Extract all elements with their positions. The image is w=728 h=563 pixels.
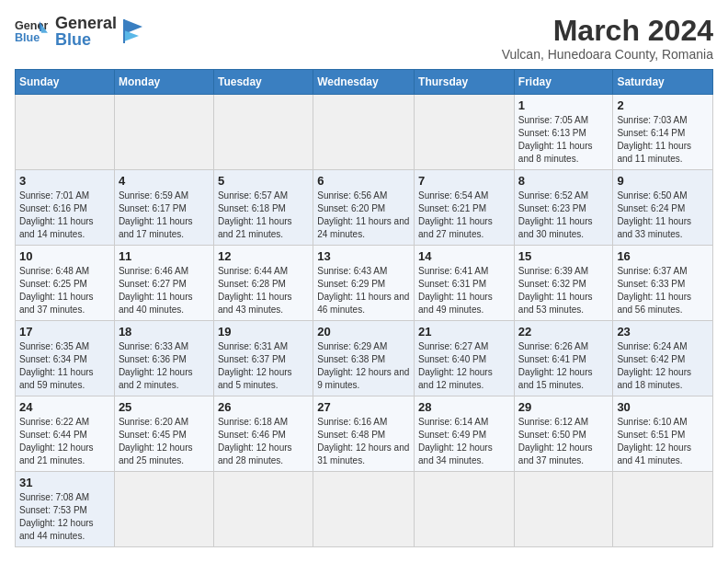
day-number: 27 [317, 400, 410, 414]
calendar-cell: 26Sunrise: 6:18 AM Sunset: 6:46 PM Dayli… [213, 396, 313, 472]
day-info: Sunrise: 6:57 AM Sunset: 6:18 PM Dayligh… [218, 190, 309, 241]
calendar-cell: 30Sunrise: 6:10 AM Sunset: 6:51 PM Dayli… [613, 396, 713, 472]
day-number: 6 [317, 174, 410, 188]
calendar-cell [114, 95, 213, 170]
day-info: Sunrise: 6:52 AM Sunset: 6:23 PM Dayligh… [518, 190, 609, 241]
day-number: 15 [518, 249, 609, 263]
day-info: Sunrise: 6:22 AM Sunset: 6:44 PM Dayligh… [19, 416, 110, 467]
day-number: 13 [317, 249, 410, 263]
day-number: 16 [617, 249, 709, 263]
calendar-cell [613, 472, 713, 547]
logo-flag-icon [122, 17, 144, 45]
calendar-week-row: 3Sunrise: 7:01 AM Sunset: 6:16 PM Daylig… [16, 170, 713, 246]
weekday-header-saturday: Saturday [613, 70, 713, 95]
day-info: Sunrise: 6:24 AM Sunset: 6:42 PM Dayligh… [617, 340, 709, 392]
calendar-cell: 20Sunrise: 6:29 AM Sunset: 6:38 PM Dayli… [313, 321, 415, 396]
day-info: Sunrise: 6:43 AM Sunset: 6:29 PM Dayligh… [317, 265, 410, 316]
day-number: 10 [19, 249, 110, 263]
calendar-cell: 5Sunrise: 6:57 AM Sunset: 6:18 PM Daylig… [213, 170, 313, 246]
day-info: Sunrise: 6:27 AM Sunset: 6:40 PM Dayligh… [418, 340, 510, 392]
calendar-cell [313, 95, 415, 170]
calendar-cell: 17Sunrise: 6:35 AM Sunset: 6:34 PM Dayli… [16, 321, 115, 396]
calendar-cell [213, 472, 313, 547]
calendar-cell: 18Sunrise: 6:33 AM Sunset: 6:36 PM Dayli… [114, 321, 213, 396]
day-info: Sunrise: 6:16 AM Sunset: 6:48 PM Dayligh… [317, 416, 410, 467]
calendar-cell: 8Sunrise: 6:52 AM Sunset: 6:23 PM Daylig… [514, 170, 613, 246]
svg-marker-5 [124, 30, 139, 41]
calendar-cell: 13Sunrise: 6:43 AM Sunset: 6:29 PM Dayli… [313, 246, 415, 321]
day-number: 20 [317, 325, 410, 339]
calendar-header: SundayMondayTuesdayWednesdayThursdayFrid… [16, 70, 713, 95]
day-info: Sunrise: 6:20 AM Sunset: 6:45 PM Dayligh… [119, 416, 210, 467]
calendar-cell: 3Sunrise: 7:01 AM Sunset: 6:16 PM Daylig… [16, 170, 115, 246]
weekday-header-thursday: Thursday [415, 70, 515, 95]
logo: General Blue General Blue [15, 15, 144, 48]
day-info: Sunrise: 6:10 AM Sunset: 6:51 PM Dayligh… [617, 416, 709, 467]
day-number: 21 [418, 325, 510, 339]
day-number: 24 [19, 400, 110, 414]
day-info: Sunrise: 6:50 AM Sunset: 6:24 PM Dayligh… [617, 190, 709, 241]
calendar-week-row: 17Sunrise: 6:35 AM Sunset: 6:34 PM Dayli… [16, 321, 713, 396]
day-info: Sunrise: 6:48 AM Sunset: 6:25 PM Dayligh… [19, 265, 110, 316]
day-number: 1 [518, 98, 609, 112]
day-number: 23 [617, 325, 709, 339]
day-info: Sunrise: 6:56 AM Sunset: 6:20 PM Dayligh… [317, 190, 410, 241]
day-number: 31 [19, 476, 110, 489]
calendar-cell [313, 472, 415, 547]
calendar-cell: 9Sunrise: 6:50 AM Sunset: 6:24 PM Daylig… [613, 170, 713, 246]
day-info: Sunrise: 6:46 AM Sunset: 6:27 PM Dayligh… [119, 265, 210, 316]
day-info: Sunrise: 6:18 AM Sunset: 6:46 PM Dayligh… [218, 416, 309, 467]
calendar-cell: 12Sunrise: 6:44 AM Sunset: 6:28 PM Dayli… [213, 246, 313, 321]
page-container: General Blue General Blue March 2024 Vul… [15, 15, 713, 547]
weekday-header-row: SundayMondayTuesdayWednesdayThursdayFrid… [16, 70, 713, 95]
calendar-cell: 23Sunrise: 6:24 AM Sunset: 6:42 PM Dayli… [613, 321, 713, 396]
day-number: 26 [218, 400, 309, 414]
logo-blue-text: Blue [55, 31, 117, 48]
calendar-cell [16, 95, 115, 170]
calendar-cell: 27Sunrise: 6:16 AM Sunset: 6:48 PM Dayli… [313, 396, 415, 472]
day-info: Sunrise: 6:59 AM Sunset: 6:17 PM Dayligh… [119, 190, 210, 241]
day-number: 29 [518, 400, 609, 414]
day-number: 17 [19, 325, 110, 339]
day-number: 4 [119, 174, 210, 188]
day-info: Sunrise: 6:37 AM Sunset: 6:33 PM Dayligh… [617, 265, 709, 316]
calendar-cell: 29Sunrise: 6:12 AM Sunset: 6:50 PM Dayli… [514, 396, 613, 472]
day-number: 22 [518, 325, 609, 339]
day-number: 2 [617, 98, 709, 112]
calendar-cell: 25Sunrise: 6:20 AM Sunset: 6:45 PM Dayli… [114, 396, 213, 472]
day-info: Sunrise: 6:35 AM Sunset: 6:34 PM Dayligh… [19, 340, 110, 392]
calendar-week-row: 10Sunrise: 6:48 AM Sunset: 6:25 PM Dayli… [16, 246, 713, 321]
calendar-cell [514, 472, 613, 547]
weekday-header-tuesday: Tuesday [213, 70, 313, 95]
day-number: 30 [617, 400, 709, 414]
day-info: Sunrise: 6:39 AM Sunset: 6:32 PM Dayligh… [518, 265, 609, 316]
calendar-cell: 28Sunrise: 6:14 AM Sunset: 6:49 PM Dayli… [415, 396, 515, 472]
calendar-week-row: 1Sunrise: 7:05 AM Sunset: 6:13 PM Daylig… [16, 95, 713, 170]
calendar-cell: 14Sunrise: 6:41 AM Sunset: 6:31 PM Dayli… [415, 246, 515, 321]
logo-icon: General Blue [15, 15, 48, 48]
day-number: 7 [418, 174, 510, 188]
day-info: Sunrise: 6:29 AM Sunset: 6:38 PM Dayligh… [317, 340, 410, 392]
calendar-cell: 2Sunrise: 7:03 AM Sunset: 6:14 PM Daylig… [613, 95, 713, 170]
calendar-cell: 7Sunrise: 6:54 AM Sunset: 6:21 PM Daylig… [415, 170, 515, 246]
day-info: Sunrise: 7:05 AM Sunset: 6:13 PM Dayligh… [518, 114, 609, 166]
calendar-cell: 19Sunrise: 6:31 AM Sunset: 6:37 PM Dayli… [213, 321, 313, 396]
weekday-header-monday: Monday [114, 70, 213, 95]
calendar-week-row: 31Sunrise: 7:08 AM Sunset: 7:53 PM Dayli… [16, 472, 713, 547]
day-info: Sunrise: 6:26 AM Sunset: 6:41 PM Dayligh… [518, 340, 609, 392]
day-number: 25 [119, 400, 210, 414]
day-number: 19 [218, 325, 309, 339]
day-info: Sunrise: 6:31 AM Sunset: 6:37 PM Dayligh… [218, 340, 309, 392]
day-info: Sunrise: 7:01 AM Sunset: 6:16 PM Dayligh… [19, 190, 110, 241]
calendar-cell [415, 95, 515, 170]
day-number: 18 [119, 325, 210, 339]
weekday-header-friday: Friday [514, 70, 613, 95]
calendar-cell: 10Sunrise: 6:48 AM Sunset: 6:25 PM Dayli… [16, 246, 115, 321]
day-number: 3 [19, 174, 110, 188]
day-number: 28 [418, 400, 510, 414]
day-number: 11 [119, 249, 210, 263]
header: General Blue General Blue March 2024 Vul… [15, 15, 713, 62]
day-info: Sunrise: 6:54 AM Sunset: 6:21 PM Dayligh… [418, 190, 510, 241]
day-number: 12 [218, 249, 309, 263]
day-info: Sunrise: 7:03 AM Sunset: 6:14 PM Dayligh… [617, 114, 709, 166]
